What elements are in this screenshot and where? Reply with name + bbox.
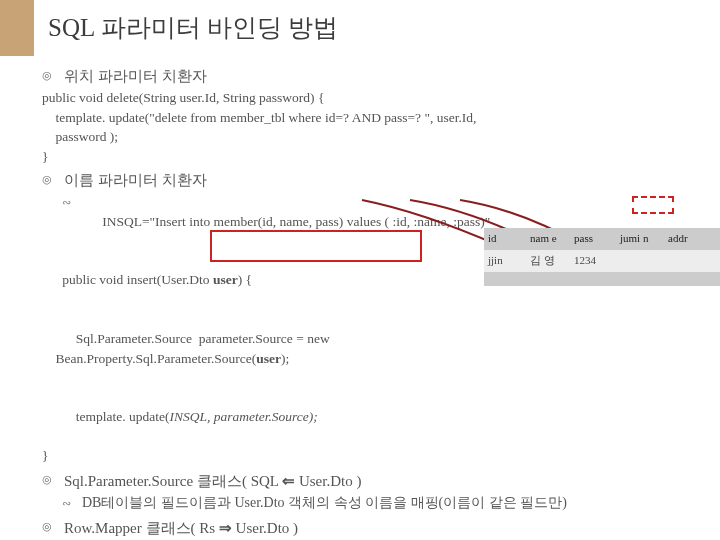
- code2a-user: user: [213, 272, 238, 287]
- table-header-row: id nam e pass jumi n addr: [484, 228, 720, 250]
- td-addr: [664, 250, 720, 272]
- slide-content: 위치 파라미터 치환자 public void delete(String us…: [0, 56, 720, 540]
- arrow-left-icon: ⇐: [282, 472, 295, 489]
- b3-post: User.Dto ): [295, 473, 361, 489]
- th-addr: addr: [664, 228, 720, 250]
- th-pass: pass: [570, 228, 616, 250]
- sub-3-text: DB테이블의 필드이름과 User.Dto 객체의 속성 이름을 매핑(이름이 …: [82, 495, 567, 510]
- code-line-close: }: [42, 446, 696, 466]
- code2b-user: user: [256, 351, 281, 366]
- td-name: 김 영: [526, 250, 570, 272]
- code2a-end: ) {: [238, 272, 252, 287]
- bullet-3: Sql.Parameter.Source 클래스( SQL ⇐ User.Dto…: [42, 470, 696, 493]
- bullet-4: Row.Mapper 클래스( Rs ⇒ User.Dto ): [42, 517, 696, 540]
- title-bar: SQL 파라미터 바인딩 방법: [0, 0, 720, 56]
- insql-params: :id, :name, :pass: [392, 214, 480, 229]
- td-pass: 1234: [570, 250, 616, 272]
- insql-suffix: )": [480, 214, 490, 229]
- b4-post: User.Dto ): [232, 520, 298, 536]
- bullet-2-text: 이름 파라미터 치환자: [64, 172, 207, 188]
- th-jumin: jumi n: [616, 228, 664, 250]
- bullet-1-text: 위치 파라미터 치환자: [64, 68, 207, 84]
- code2c: template. update(: [62, 409, 169, 424]
- th-name: nam e: [526, 228, 570, 250]
- arrow-right-icon: ⇒: [219, 519, 232, 536]
- th-id: id: [484, 228, 526, 250]
- table-row: [484, 272, 720, 286]
- bullet-2: 이름 파라미터 치환자: [42, 170, 696, 192]
- table-row: jjin 김 영 1234: [484, 250, 720, 272]
- b3-pre: Sql.Parameter.Source 클래스( SQL: [64, 473, 282, 489]
- td-jumin: [616, 250, 664, 272]
- insql-prefix: INSQL="Insert into member(id, name, pass…: [102, 214, 392, 229]
- bullet-4-text: Row.Mapper 클래스( Rs ⇒ User.Dto ): [64, 520, 298, 536]
- code2c-ital: INSQL, parameter.Source);: [169, 409, 317, 424]
- member-table: id nam e pass jumi n addr jjin 김 영 1234: [484, 228, 720, 286]
- sub-bullet-3: DB테이블의 필드이름과 User.Dto 객체의 속성 이름을 매핑(이름이 …: [42, 493, 696, 513]
- td-id: jjin: [484, 250, 526, 272]
- code-area-2: INSQL="Insert into member(id, name, pass…: [42, 192, 696, 466]
- code2a: public void insert(User.Dto: [62, 272, 213, 287]
- code-line-paramsource: Sql.Parameter.Source parameter.Source = …: [42, 309, 696, 387]
- code-block-1: public void delete(String user.Id, Strin…: [42, 88, 696, 166]
- bullet-1: 위치 파라미터 치환자: [42, 66, 696, 88]
- bullet-3-text: Sql.Parameter.Source 클래스( SQL ⇐ User.Dto…: [64, 473, 361, 489]
- slide-title: SQL 파라미터 바인딩 방법: [48, 10, 720, 46]
- code2b-end: );: [281, 351, 289, 366]
- code-line-update: template. update(INSQL, parameter.Source…: [42, 388, 696, 447]
- b4-pre: Row.Mapper 클래스( Rs: [64, 520, 219, 536]
